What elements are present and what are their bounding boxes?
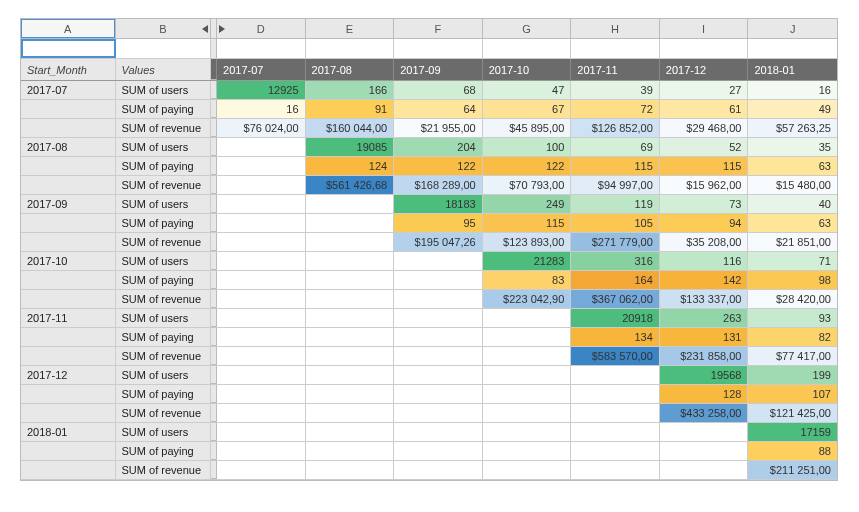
data-cell[interactable]: 142 xyxy=(660,271,749,289)
data-cell[interactable]: 105 xyxy=(571,214,660,232)
data-cell[interactable]: 94 xyxy=(660,214,749,232)
data-cell[interactable] xyxy=(483,442,572,460)
cohort-label[interactable]: 2017-12 xyxy=(21,366,116,384)
data-cell[interactable]: $561 426,68 xyxy=(306,176,395,194)
selected-cell-a1[interactable] xyxy=(21,39,116,58)
data-cell[interactable] xyxy=(394,442,483,460)
data-cell[interactable]: $271 779,00 xyxy=(571,233,660,251)
data-cell[interactable] xyxy=(217,195,306,213)
expand-right-icon[interactable] xyxy=(219,25,225,33)
data-cell[interactable]: $126 852,00 xyxy=(571,119,660,137)
data-cell[interactable]: 98 xyxy=(748,271,837,289)
data-cell[interactable] xyxy=(217,271,306,289)
col-header-H[interactable]: H xyxy=(571,19,660,39)
data-cell[interactable]: 35 xyxy=(748,138,837,156)
cohort-label[interactable]: 2017-10 xyxy=(21,252,116,270)
data-cell[interactable] xyxy=(306,309,395,327)
data-cell[interactable]: 115 xyxy=(660,157,749,175)
data-cell[interactable]: $45 895,00 xyxy=(483,119,572,137)
cohort-label[interactable]: 2017-11 xyxy=(21,309,116,327)
metric-label[interactable]: SUM of users xyxy=(116,366,212,384)
data-cell[interactable]: 166 xyxy=(306,81,395,99)
data-cell[interactable] xyxy=(217,461,306,479)
data-cell[interactable]: 204 xyxy=(394,138,483,156)
data-cell[interactable] xyxy=(306,195,395,213)
metric-label[interactable]: SUM of paying xyxy=(116,100,212,118)
data-cell[interactable]: 47 xyxy=(483,81,572,99)
data-cell[interactable] xyxy=(217,442,306,460)
data-cell[interactable]: $35 208,00 xyxy=(660,233,749,251)
data-cell[interactable] xyxy=(306,290,395,308)
data-cell[interactable]: 316 xyxy=(571,252,660,270)
data-cell[interactable] xyxy=(217,290,306,308)
cohort-label[interactable]: 2018-01 xyxy=(21,423,116,441)
data-cell[interactable]: 249 xyxy=(483,195,572,213)
data-cell[interactable]: 21283 xyxy=(483,252,572,270)
cohort-label[interactable] xyxy=(21,404,116,422)
metric-label[interactable]: SUM of users xyxy=(116,423,212,441)
metric-label[interactable]: SUM of revenue xyxy=(116,347,212,365)
data-cell[interactable]: 122 xyxy=(394,157,483,175)
data-cell[interactable]: $367 062,00 xyxy=(571,290,660,308)
data-cell[interactable]: $28 420,00 xyxy=(748,290,837,308)
data-cell[interactable]: 93 xyxy=(748,309,837,327)
data-cell[interactable] xyxy=(660,461,749,479)
data-cell[interactable] xyxy=(217,157,306,175)
data-cell[interactable]: 199 xyxy=(748,366,837,384)
data-cell[interactable]: $433 258,00 xyxy=(660,404,749,422)
data-cell[interactable] xyxy=(483,385,572,403)
data-cell[interactable]: $583 570,00 xyxy=(571,347,660,365)
data-cell[interactable] xyxy=(571,442,660,460)
data-cell[interactable] xyxy=(217,233,306,251)
data-cell[interactable] xyxy=(217,385,306,403)
cohort-label[interactable] xyxy=(21,176,116,194)
data-cell[interactable]: 63 xyxy=(748,157,837,175)
data-cell[interactable]: $29 468,00 xyxy=(660,119,749,137)
data-cell[interactable]: $21 955,00 xyxy=(394,119,483,137)
data-cell[interactable] xyxy=(217,366,306,384)
data-cell[interactable] xyxy=(306,328,395,346)
cohort-label[interactable] xyxy=(21,290,116,308)
metric-label[interactable]: SUM of paying xyxy=(116,328,212,346)
data-cell[interactable] xyxy=(394,404,483,422)
data-cell[interactable]: 91 xyxy=(306,100,395,118)
data-cell[interactable] xyxy=(394,328,483,346)
data-cell[interactable]: 49 xyxy=(748,100,837,118)
data-cell[interactable]: $76 024,00 xyxy=(217,119,306,137)
col-header-A[interactable]: A xyxy=(21,19,116,39)
cohort-label[interactable] xyxy=(21,119,116,137)
data-cell[interactable] xyxy=(217,138,306,156)
data-cell[interactable]: $77 417,00 xyxy=(748,347,837,365)
data-cell[interactable] xyxy=(306,366,395,384)
cohort-label[interactable] xyxy=(21,328,116,346)
cohort-label[interactable] xyxy=(21,100,116,118)
data-cell[interactable]: $70 793,00 xyxy=(483,176,572,194)
data-cell[interactable]: 134 xyxy=(571,328,660,346)
cohort-label[interactable] xyxy=(21,385,116,403)
data-cell[interactable]: 164 xyxy=(571,271,660,289)
metric-label[interactable]: SUM of paying xyxy=(116,385,212,403)
data-cell[interactable]: 71 xyxy=(748,252,837,270)
cohort-label[interactable] xyxy=(21,461,116,479)
data-cell[interactable]: 107 xyxy=(748,385,837,403)
data-cell[interactable]: 88 xyxy=(748,442,837,460)
data-cell[interactable] xyxy=(217,252,306,270)
metric-label[interactable]: SUM of users xyxy=(116,309,212,327)
data-cell[interactable] xyxy=(217,328,306,346)
cohort-label[interactable] xyxy=(21,347,116,365)
cohort-label[interactable]: 2017-08 xyxy=(21,138,116,156)
data-cell[interactable] xyxy=(571,385,660,403)
data-cell[interactable]: $121 425,00 xyxy=(748,404,837,422)
data-cell[interactable] xyxy=(306,252,395,270)
data-cell[interactable]: 69 xyxy=(571,138,660,156)
data-cell[interactable]: $15 480,00 xyxy=(748,176,837,194)
cohort-label[interactable]: 2017-07 xyxy=(21,81,116,99)
data-cell[interactable]: 73 xyxy=(660,195,749,213)
data-cell[interactable]: 115 xyxy=(571,157,660,175)
data-cell[interactable] xyxy=(394,271,483,289)
data-cell[interactable] xyxy=(483,347,572,365)
data-cell[interactable]: $21 851,00 xyxy=(748,233,837,251)
data-cell[interactable] xyxy=(483,309,572,327)
data-cell[interactable] xyxy=(306,442,395,460)
cohort-label[interactable] xyxy=(21,157,116,175)
